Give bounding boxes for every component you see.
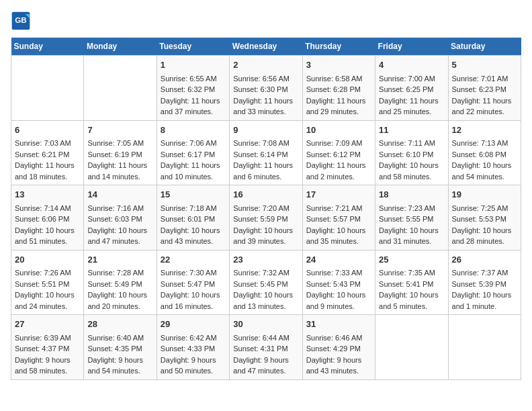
calendar-cell: 5Sunrise: 7:01 AMSunset: 6:23 PMDaylight… xyxy=(448,56,521,121)
day-of-week-header: Saturday xyxy=(448,38,521,56)
day-info: Sunset: 6:30 PM xyxy=(233,84,298,95)
day-info: Daylight: 11 hours and 6 minutes. xyxy=(233,160,298,182)
day-info: Sunrise: 7:05 AM xyxy=(87,138,152,149)
calendar-cell: 16Sunrise: 7:20 AMSunset: 5:59 PMDayligh… xyxy=(230,185,302,250)
day-info: Sunset: 6:32 PM xyxy=(161,84,226,95)
day-info: Sunset: 6:08 PM xyxy=(452,149,517,161)
calendar-week-row: 27Sunrise: 6:39 AMSunset: 4:37 PMDayligh… xyxy=(11,315,521,380)
calendar-cell: 23Sunrise: 7:32 AMSunset: 5:45 PMDayligh… xyxy=(230,250,302,315)
day-info: Sunrise: 7:35 AM xyxy=(379,267,444,279)
day-info: Sunset: 6:21 PM xyxy=(15,149,80,161)
day-info: Sunset: 5:59 PM xyxy=(233,214,298,225)
logo: GB xyxy=(11,11,34,31)
day-info: Sunrise: 6:44 AM xyxy=(233,332,298,344)
calendar-cell: 21Sunrise: 7:28 AMSunset: 5:49 PMDayligh… xyxy=(84,250,157,315)
day-info: Sunset: 4:37 PM xyxy=(15,343,80,355)
calendar-cell: 24Sunrise: 7:33 AMSunset: 5:43 PMDayligh… xyxy=(302,250,375,315)
calendar-cell: 28Sunrise: 6:40 AMSunset: 4:35 PMDayligh… xyxy=(84,315,157,380)
day-of-week-header: Friday xyxy=(375,38,448,56)
day-header-row: SundayMondayTuesdayWednesdayThursdayFrid… xyxy=(11,38,521,56)
day-info: Sunrise: 7:01 AM xyxy=(452,73,517,85)
day-number: 3 xyxy=(306,58,371,72)
day-info: Sunset: 6:06 PM xyxy=(15,214,80,225)
day-of-week-header: Thursday xyxy=(302,38,375,56)
day-info: Daylight: 9 hours and 58 minutes. xyxy=(15,355,80,377)
calendar-cell: 7Sunrise: 7:05 AMSunset: 6:19 PMDaylight… xyxy=(84,120,157,185)
day-info: Sunset: 6:03 PM xyxy=(87,214,152,225)
day-info: Sunrise: 6:46 AM xyxy=(306,332,371,344)
day-number: 9 xyxy=(233,124,298,137)
day-number: 13 xyxy=(15,188,80,201)
day-info: Sunrise: 7:33 AM xyxy=(306,267,371,279)
day-number: 24 xyxy=(306,253,371,267)
calendar-cell: 9Sunrise: 7:08 AMSunset: 6:14 PMDaylight… xyxy=(230,120,302,185)
day-number: 16 xyxy=(233,188,298,201)
day-info: Sunset: 5:57 PM xyxy=(306,214,371,225)
day-number: 2 xyxy=(233,58,298,72)
day-number: 8 xyxy=(161,124,226,137)
day-number: 11 xyxy=(379,124,444,137)
day-info: Daylight: 10 hours and 58 minutes. xyxy=(379,160,444,182)
day-info: Sunset: 5:55 PM xyxy=(379,214,444,225)
calendar-cell xyxy=(84,56,157,121)
day-number: 21 xyxy=(87,253,152,267)
day-number: 12 xyxy=(452,124,517,137)
day-info: Daylight: 11 hours and 29 minutes. xyxy=(306,95,371,118)
day-number: 19 xyxy=(452,188,517,201)
day-number: 26 xyxy=(452,253,517,267)
day-info: Sunset: 6:19 PM xyxy=(87,149,152,161)
day-number: 28 xyxy=(87,318,152,331)
day-number: 23 xyxy=(233,253,298,267)
day-info: Sunrise: 7:00 AM xyxy=(379,73,444,85)
day-info: Sunrise: 7:21 AM xyxy=(306,203,371,214)
day-info: Sunset: 5:47 PM xyxy=(161,279,226,290)
day-info: Sunset: 6:01 PM xyxy=(161,214,226,225)
day-info: Daylight: 10 hours and 24 minutes. xyxy=(15,289,80,312)
day-info: Daylight: 10 hours and 51 minutes. xyxy=(15,225,80,247)
day-info: Daylight: 11 hours and 37 minutes. xyxy=(161,95,226,118)
calendar-cell: 6Sunrise: 7:03 AMSunset: 6:21 PMDaylight… xyxy=(11,120,84,185)
day-number: 27 xyxy=(15,318,80,331)
day-info: Daylight: 11 hours and 18 minutes. xyxy=(15,160,80,182)
svg-text:GB: GB xyxy=(15,15,26,24)
day-info: Sunset: 6:14 PM xyxy=(233,149,298,161)
day-info: Sunrise: 7:08 AM xyxy=(233,138,298,149)
day-number: 4 xyxy=(379,58,444,72)
day-number: 10 xyxy=(306,124,371,137)
day-info: Sunset: 5:39 PM xyxy=(452,279,517,290)
day-info: Daylight: 10 hours and 16 minutes. xyxy=(161,289,226,312)
calendar-cell: 12Sunrise: 7:13 AMSunset: 6:08 PMDayligh… xyxy=(448,120,521,185)
day-number: 20 xyxy=(15,253,80,267)
day-info: Sunrise: 7:20 AM xyxy=(233,203,298,214)
day-number: 29 xyxy=(161,318,226,331)
day-info: Daylight: 11 hours and 22 minutes. xyxy=(452,95,517,118)
calendar-cell: 27Sunrise: 6:39 AMSunset: 4:37 PMDayligh… xyxy=(11,315,84,380)
day-info: Sunset: 5:51 PM xyxy=(15,279,80,290)
day-of-week-header: Monday xyxy=(84,38,157,56)
day-info: Sunrise: 7:25 AM xyxy=(452,203,517,214)
day-number: 5 xyxy=(452,58,517,72)
day-number: 22 xyxy=(161,253,226,267)
day-number: 1 xyxy=(161,58,226,72)
day-number: 18 xyxy=(379,188,444,201)
day-info: Sunrise: 7:03 AM xyxy=(15,138,80,149)
day-info: Sunrise: 7:26 AM xyxy=(15,267,80,279)
calendar-cell: 22Sunrise: 7:30 AMSunset: 5:47 PMDayligh… xyxy=(157,250,229,315)
calendar-cell: 1Sunrise: 6:55 AMSunset: 6:32 PMDaylight… xyxy=(157,56,229,121)
day-info: Sunset: 5:41 PM xyxy=(379,279,444,290)
day-info: Sunset: 6:10 PM xyxy=(379,149,444,161)
day-info: Daylight: 10 hours and 9 minutes. xyxy=(306,289,371,312)
day-info: Sunrise: 7:18 AM xyxy=(161,203,226,214)
day-number: 25 xyxy=(379,253,444,267)
calendar-cell: 2Sunrise: 6:56 AMSunset: 6:30 PMDaylight… xyxy=(230,56,302,121)
calendar-cell: 26Sunrise: 7:37 AMSunset: 5:39 PMDayligh… xyxy=(448,250,521,315)
day-info: Daylight: 9 hours and 43 minutes. xyxy=(306,355,371,377)
calendar-week-row: 1Sunrise: 6:55 AMSunset: 6:32 PMDaylight… xyxy=(11,56,521,121)
day-info: Sunrise: 6:40 AM xyxy=(87,332,152,344)
day-info: Sunrise: 7:32 AM xyxy=(233,267,298,279)
day-info: Sunrise: 6:56 AM xyxy=(233,73,298,85)
day-of-week-header: Wednesday xyxy=(230,38,302,56)
day-info: Daylight: 11 hours and 33 minutes. xyxy=(233,95,298,118)
calendar-week-row: 6Sunrise: 7:03 AMSunset: 6:21 PMDaylight… xyxy=(11,120,521,185)
calendar-cell: 4Sunrise: 7:00 AMSunset: 6:25 PMDaylight… xyxy=(375,56,448,121)
